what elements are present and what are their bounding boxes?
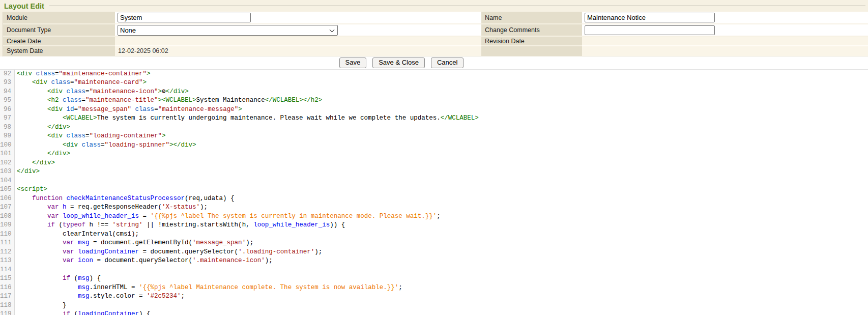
code-line: 117 msg.style.color = '#2c5234';: [0, 292, 868, 301]
code-line: 98 </div>: [0, 123, 868, 132]
code-text[interactable]: </div>: [15, 150, 70, 159]
code-text[interactable]: <div class="maintenance-card">: [15, 78, 147, 88]
code-line: 103</div>: [0, 167, 868, 177]
line-number: 116: [0, 283, 15, 293]
code-text[interactable]: var loop_while_header_is = '{{%pjs ^labe…: [15, 212, 441, 221]
code-text[interactable]: }: [15, 301, 67, 310]
line-number: 114: [0, 266, 15, 275]
code-text[interactable]: <WCLABEL>The system is currently undergo…: [15, 114, 479, 123]
change-comments-input[interactable]: [585, 25, 715, 35]
line-number: 94: [0, 88, 15, 97]
module-input[interactable]: [118, 13, 251, 22]
save-and-close-button[interactable]: Save & Close: [372, 58, 425, 68]
row-filler: [713, 24, 868, 36]
line-number: 99: [0, 132, 15, 141]
code-text[interactable]: [15, 266, 17, 275]
layout-edit-panel: Layout Edit Module Name Document Type: [0, 0, 868, 70]
code-line: 118 }: [0, 301, 868, 310]
code-line: 97 <WCLABEL>The system is currently unde…: [0, 114, 868, 123]
line-number: 112: [0, 248, 15, 257]
code-line: 96 <div id="message_span" class="mainten…: [0, 105, 868, 114]
system-date-value: 12-02-2025 06:02: [115, 46, 481, 56]
legend-divider: [49, 6, 865, 6]
line-number: 98: [0, 123, 15, 132]
line-number: 119: [0, 310, 15, 315]
line-number: 106: [0, 194, 15, 204]
name-label: Name: [481, 12, 582, 24]
code-text[interactable]: msg.innerHTML = '{{%pjs ^label Maintenan…: [15, 283, 402, 293]
form-row-doctype-comments: Document Type None Change Comments: [3, 24, 868, 36]
row-filler: [713, 36, 868, 46]
document-type-select[interactable]: None: [118, 25, 338, 36]
line-number: 113: [0, 256, 15, 266]
code-text[interactable]: <script>: [15, 185, 47, 194]
code-text[interactable]: <div class="loading-spinner"></div>: [15, 141, 196, 150]
code-line: 94 <div class="maintenance-icon">⚙</div>: [0, 88, 868, 97]
line-number: 107: [0, 203, 15, 212]
form-row-module-name: Module Name: [3, 12, 868, 24]
code-text[interactable]: if (typeof h !== 'string' || !miestring.…: [15, 221, 345, 230]
name-input[interactable]: [585, 13, 715, 22]
code-line: 113 var icon = document.querySelector('.…: [0, 256, 868, 266]
code-line: 110 clearInterval(cmsi);: [0, 230, 868, 239]
code-line: 114: [0, 266, 868, 275]
code-line: 116 msg.innerHTML = '{{%pjs ^label Maint…: [0, 283, 868, 293]
code-text[interactable]: var loadingContainer = document.querySel…: [15, 248, 322, 257]
code-line: 104: [0, 177, 868, 186]
code-line: 102 </div>: [0, 159, 868, 168]
code-text[interactable]: <div class="maintenance-container">: [15, 70, 151, 79]
line-number: 100: [0, 141, 15, 150]
line-number: 101: [0, 150, 15, 159]
code-line: 115 if (msg) {: [0, 274, 868, 283]
line-number: 102: [0, 159, 15, 168]
code-text[interactable]: if (msg) {: [15, 274, 101, 283]
change-comments-label: Change Comments: [481, 24, 582, 36]
create-date-value: [115, 36, 481, 46]
code-line: 109 if (typeof h !== 'string' || !miestr…: [0, 221, 868, 230]
create-date-label: Create Date: [3, 36, 115, 46]
panel-header: Layout Edit: [0, 0, 868, 12]
line-number: 110: [0, 230, 15, 239]
code-line: 95 <h2 class="maintenance-title"><WCLABE…: [0, 96, 868, 105]
save-button[interactable]: Save: [339, 58, 367, 68]
code-line: 93 <div class="maintenance-card">: [0, 78, 868, 88]
code-text[interactable]: function checkMaintenanceStatusProcessor…: [15, 194, 235, 204]
row-filler: [713, 12, 868, 24]
code-text[interactable]: var icon = document.querySelector('.main…: [15, 256, 273, 266]
row-filler: [713, 46, 868, 56]
code-text[interactable]: <h2 class="maintenance-title"><WCLABEL>S…: [15, 96, 322, 105]
page-title: Layout Edit: [4, 2, 44, 10]
line-number: 103: [0, 167, 15, 177]
code-text[interactable]: if (loadingContainer) {: [15, 310, 151, 315]
revision-date-value: [582, 36, 713, 46]
code-line: 112 var loadingContainer = document.quer…: [0, 248, 868, 257]
module-label: Module: [3, 12, 115, 24]
code-line: 100 <div class="loading-spinner"></div>: [0, 141, 868, 150]
system-date-label: System Date: [3, 46, 115, 56]
code-line: 105<script>: [0, 185, 868, 194]
code-text[interactable]: msg.style.color = '#2c5234';: [15, 292, 185, 301]
code-text[interactable]: </div>: [15, 159, 55, 168]
code-text[interactable]: clearInterval(cmsi);: [15, 230, 139, 239]
empty-label-cell: [481, 46, 582, 56]
code-text[interactable]: </div>: [15, 167, 40, 177]
line-number: 117: [0, 292, 15, 301]
code-text[interactable]: <div id="message_span" class="maintenanc…: [15, 105, 242, 114]
empty-value-cell: [582, 46, 713, 56]
form-row-create-revision: Create Date Revision Date: [3, 36, 868, 46]
code-line: 119 if (loadingContainer) {: [0, 310, 868, 315]
code-line: 99 <div class="loading-container">: [0, 132, 868, 141]
line-number: 108: [0, 212, 15, 221]
code-text[interactable]: var h = req.getResponseHeader('X-status'…: [15, 203, 208, 212]
code-text[interactable]: </div>: [15, 123, 70, 132]
form-actions: Save Save & Close Cancel: [0, 56, 868, 70]
cancel-button[interactable]: Cancel: [431, 58, 464, 68]
code-editor[interactable]: 92<div class="maintenance-container">93 …: [0, 70, 868, 315]
code-line: 92<div class="maintenance-container">: [0, 70, 868, 79]
code-text[interactable]: <div class="maintenance-icon">⚙</div>: [15, 88, 189, 97]
code-text[interactable]: <div class="loading-container">: [15, 132, 166, 141]
code-text[interactable]: var msg = document.getElementById('messa…: [15, 239, 253, 248]
code-text[interactable]: [15, 177, 17, 186]
line-number: 93: [0, 78, 15, 88]
line-number: 118: [0, 301, 15, 310]
